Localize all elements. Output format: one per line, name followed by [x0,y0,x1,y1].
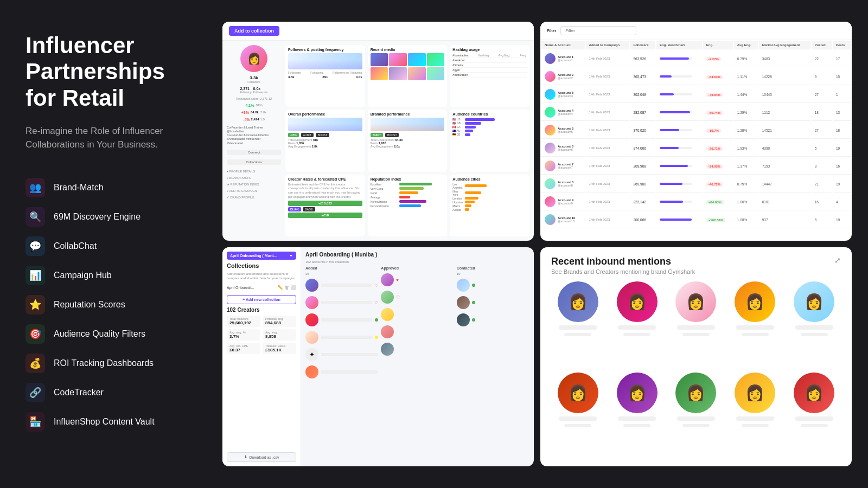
collection-item[interactable]: April Onboardi... ✏️ 🗑 ⬜ [227,284,296,292]
avg-eng-cell: 0.75% [734,176,758,192]
download-csv-button[interactable]: ⬇ Download as .csv [227,452,296,462]
edit-icon[interactable]: ✏️ [278,285,283,290]
shop-icon: 🏪 [25,412,45,432]
sidebar-item-audience-quality[interactable]: 🎯 Audience Quality Filters [25,324,184,344]
mention-card[interactable]: 👩 [728,281,782,367]
collections-button[interactable]: Collections [227,159,281,165]
mention-card[interactable]: 👩 [787,373,841,458]
rep-good-label: Good [371,191,398,195]
brand-profile-label: ✓ BRAND PROFILE [227,196,281,199]
heart-icon[interactable]: ♡ [374,283,378,288]
stat-val: 64.8k [251,111,259,114]
col-avg-eng: Avg Eng. [734,41,758,49]
name-cell: Account 1 @account1 [541,50,585,67]
sidebar-item-brand-match[interactable]: 👥 Brand-Match [25,178,184,197]
followers-panel: Followers & posting frequency Followers … [285,45,365,107]
benchmark-cell [656,50,702,67]
creator-avatar [457,279,470,292]
sidebar-item-code-tracker[interactable]: 🔗 CodeTracker [25,383,184,402]
collections-columns: Added 35 ♡ ♡ [305,266,529,462]
creator-rates-panel: Creator Rates & forecasted CPE Estimated… [285,175,365,236]
heart-icon[interactable]: ♡ [374,300,378,305]
date-cell: 14th Feb 2023 [586,86,629,103]
date-cell: 14th Feb 2023 [586,68,629,85]
sidebar-item-collab-chat[interactable]: 💬 CollabChat [25,236,184,256]
add-collection-button[interactable]: Add to collection [229,26,279,36]
creator-row: ♡ [381,290,454,305]
mention-card[interactable]: 👩 [610,281,664,367]
share-icon[interactable]: ⬜ [291,285,296,290]
followers-cell: 269,980 [630,176,655,192]
collection-dropdown[interactable]: April Onboarding ( Muni... ▼ [227,252,296,260]
connect-button[interactable]: Connect [227,150,281,155]
name-cell: Account 8 @account8 [541,176,585,192]
overall-perf-title: Overall performance [288,112,362,116]
eng-cell: +84.65% [703,194,733,210]
reputation-bars: Excellent Very Good Good [371,183,445,208]
mention-name-bar [618,416,656,421]
media-thumb [389,67,407,80]
heart-icon-filled[interactable]: ♥ [396,278,399,282]
mention-card[interactable]: 👩 [669,281,723,367]
followers-cell: 209,908 [630,158,655,175]
country-label: 🇦🇺 AU [452,129,463,132]
download-icon: ⬇ [244,455,247,459]
mention-stat-bar [623,424,650,427]
benchmark-cell [656,194,702,210]
benchmark-bar-wrap [660,93,692,95]
status-dot [472,318,475,322]
mention-card[interactable]: 👩 [787,281,841,367]
mention-stat-bar [801,333,828,336]
delete-icon[interactable]: 🗑 [285,285,289,290]
collection-item-name: April Onboardi... [227,286,254,290]
branded-avg-val: 2.0x [394,145,400,148]
col-posts: Posts [833,41,851,49]
mention-card[interactable]: 👩 [551,373,605,458]
mention-card[interactable]: 👩 [669,373,723,458]
mention-avatar: 👩 [735,373,775,413]
posts-cell: 15 [833,68,851,85]
rep-average-label: Average [371,196,398,199]
posts-cell: 16 [833,158,851,175]
followers-val: 3.3k [288,75,295,79]
sidebar-item-label: Campaign Hub [54,271,112,280]
subtitle: Re-imagine the Role of Influencer Collab… [25,124,184,152]
total-est-val: £165.1K [265,348,293,352]
sidebar-item-roi-tracking[interactable]: 💰 ROI Tracking Dashboards [25,354,184,373]
media-grid [371,53,445,80]
col-contacted-title: Contacted [457,266,529,270]
marital-cell: 937 [759,211,810,228]
posts-cell: 13 [833,104,851,121]
benchmark-bar-fill [660,93,674,95]
heart-icon[interactable]: ♡ [396,295,400,300]
avg-eng-pct-val: 3.7% [229,334,258,339]
mention-card[interactable]: 👩 [551,281,605,367]
branded-badge-2: BOOST [385,133,399,137]
account-handle: @account7 [558,166,573,169]
mention-card[interactable]: 👩 [610,373,664,458]
discovery-icon: 🔍 [25,207,45,227]
posts-cell: 4 [833,194,851,210]
city-bar [465,204,471,207]
filter-input[interactable] [560,26,636,35]
filter-label: Filter [547,29,556,33]
creator-row [305,330,378,345]
topbar: Add to collection [222,22,534,41]
expand-icon[interactable]: ⤢ [834,256,841,265]
sidebar-item-influen-shop[interactable]: 🏪 InfluenShop Content Vault [25,412,184,432]
mention-card[interactable]: 👩 [728,373,782,458]
status-dot [472,284,475,287]
account-handle: @account2 [558,76,573,80]
collections-main: April Onboarding ( Muniba ) 102 accounts… [301,247,534,466]
sidebar-item-discovery-engine[interactable]: 🔍 69M Discovery Engine [25,207,184,227]
row-avatar [545,178,556,189]
followers-label: Followers [227,80,281,84]
add-new-collection-button[interactable]: + Add new collection [227,295,296,304]
branded-chart [371,118,445,131]
chart-stat: Followers [288,71,301,74]
sidebar-item-reputation-scores[interactable]: ⭐ Reputation Scores [25,295,184,314]
avg-eng-cell: 1.44% [734,86,758,103]
mention-stat-bar [742,424,769,427]
sidebar-item-campaign-hub[interactable]: 📊 Campaign Hub [25,266,184,285]
table-row: Account 7 @account7 14th Feb 2023 209,90… [541,158,851,175]
